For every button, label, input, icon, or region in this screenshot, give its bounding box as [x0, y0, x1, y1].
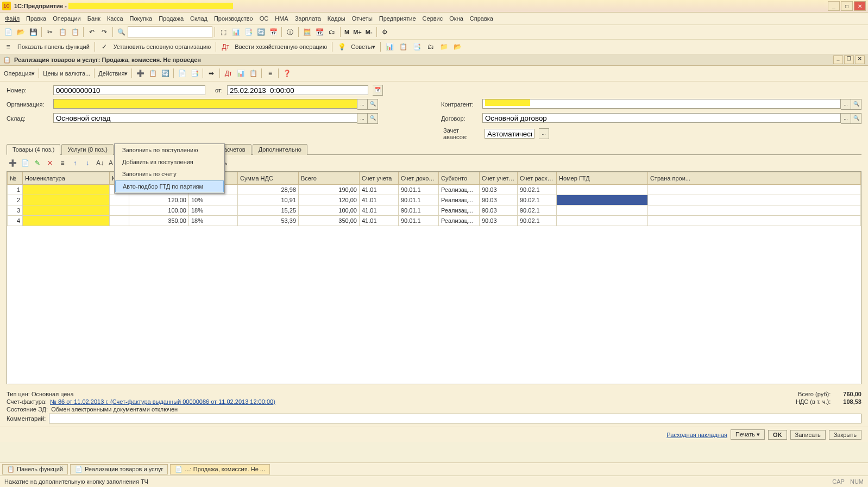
- mminus-label[interactable]: M-: [366, 29, 373, 35]
- dt-icon-3[interactable]: 🔄: [159, 67, 171, 79]
- org-select-icon[interactable]: ...: [357, 99, 368, 110]
- t2-icon-4[interactable]: 🗂: [425, 41, 437, 53]
- undo-icon[interactable]: ↶: [86, 26, 98, 38]
- close-button[interactable]: ✕: [854, 1, 866, 11]
- operation-drop[interactable]: Операция ▾: [4, 70, 35, 77]
- menu-windows[interactable]: Окна: [446, 14, 466, 23]
- calendar-icon[interactable]: 📅: [373, 85, 383, 96]
- menu-bank[interactable]: Банк: [85, 14, 103, 23]
- t2-icon-5[interactable]: 📁: [438, 41, 450, 53]
- org-icon[interactable]: ✓: [98, 41, 110, 53]
- menu-salary[interactable]: Зарплата: [292, 14, 324, 23]
- calc-icon[interactable]: 🧮: [301, 26, 313, 38]
- dt-icon-4[interactable]: 📄: [176, 67, 188, 79]
- fill-by-receipt[interactable]: Заполнить по поступлению: [115, 144, 224, 156]
- mplus-label[interactable]: M+: [353, 29, 362, 35]
- tb-icon-8[interactable]: ⚙: [379, 26, 391, 38]
- dt-help-icon[interactable]: ❓: [281, 67, 293, 79]
- actions-drop[interactable]: Действия ▾: [98, 70, 128, 77]
- contr-select-icon[interactable]: ...: [841, 99, 851, 110]
- menu-os[interactable]: ОС: [257, 14, 272, 23]
- fill-by-invoice[interactable]: Заполнить по счету: [115, 168, 224, 180]
- menu-enterprise[interactable]: Предприятие: [376, 14, 419, 23]
- avans-input[interactable]: [485, 129, 534, 139]
- dt-icon-10[interactable]: ≡: [264, 67, 276, 79]
- edit-row-icon[interactable]: ✎: [32, 157, 43, 169]
- menu-purchase[interactable]: Покупка: [127, 14, 155, 23]
- menu-production[interactable]: Производство: [211, 14, 256, 23]
- menu-operations[interactable]: Операции: [50, 14, 83, 23]
- tips-button[interactable]: Советы ▾: [351, 43, 375, 51]
- wh-open-icon[interactable]: 🔍: [368, 113, 378, 124]
- tb-icon-4[interactable]: 🔄: [255, 26, 267, 38]
- save-icon[interactable]: 💾: [27, 26, 39, 38]
- wh-select-icon[interactable]: ...: [357, 113, 368, 124]
- dt-icon-8[interactable]: 📊: [235, 67, 247, 79]
- gtb-icon-1[interactable]: ≡: [56, 157, 68, 169]
- tips-icon[interactable]: 💡: [336, 41, 348, 53]
- menu-service[interactable]: Сервис: [420, 14, 446, 23]
- help-icon[interactable]: ⓘ: [284, 26, 296, 38]
- invoice-link[interactable]: № 86 от 11.02.2013 г. (Счет-фактура выда…: [50, 398, 275, 405]
- dog-input[interactable]: [482, 113, 841, 123]
- menu-file[interactable]: Файл: [2, 14, 22, 23]
- redo-icon[interactable]: ↷: [98, 26, 110, 38]
- menu-edit[interactable]: Правка: [23, 14, 49, 23]
- task-realizations[interactable]: 📄 Реализации товаров и услуг: [70, 464, 168, 474]
- t2-icon-2[interactable]: 📋: [398, 41, 410, 53]
- comment-input[interactable]: [49, 414, 861, 423]
- dog-select-icon[interactable]: ...: [841, 113, 851, 124]
- prices-button[interactable]: Цены и валюта...: [43, 70, 90, 77]
- menu-reports[interactable]: Отчеты: [349, 14, 375, 23]
- dt-icon-1[interactable]: ➕: [134, 67, 146, 79]
- dt-icon-6[interactable]: ➡: [205, 67, 217, 79]
- dt-icon-7[interactable]: Дт: [222, 67, 234, 79]
- open-icon[interactable]: 📂: [15, 26, 27, 38]
- tb-icon-5[interactable]: 📅: [267, 26, 279, 38]
- doc-minimize[interactable]: _: [833, 55, 843, 64]
- t2-icon-3[interactable]: 📑: [411, 41, 423, 53]
- sort-asc-icon[interactable]: A↓: [94, 157, 106, 169]
- table-row[interactable]: 4350,0018%53,39350,0041.0190.01.1Реализа…: [8, 216, 861, 226]
- m-label[interactable]: M: [344, 29, 349, 35]
- up-icon[interactable]: ↑: [69, 157, 81, 169]
- down-icon[interactable]: ↓: [81, 157, 93, 169]
- menu-sale[interactable]: Продажа: [156, 14, 186, 23]
- tb-icon-2[interactable]: 📊: [230, 26, 242, 38]
- task-current[interactable]: 📄 ...: Продажа, комиссия. Не ...: [170, 464, 270, 474]
- avans-select-icon[interactable]: ...: [539, 128, 549, 139]
- paste-icon[interactable]: 📋: [69, 26, 81, 38]
- closedoc-button[interactable]: Закрыть: [829, 430, 861, 440]
- task-panel[interactable]: 📋 Панель функций: [2, 464, 68, 474]
- number-input[interactable]: [53, 85, 205, 95]
- ok-button[interactable]: OK: [768, 430, 787, 440]
- show-panel-button[interactable]: Показать панель функций: [17, 43, 90, 50]
- menu-warehouse[interactable]: Склад: [187, 14, 210, 23]
- save-button[interactable]: Записать: [790, 430, 826, 440]
- cut-icon[interactable]: ✂: [44, 26, 56, 38]
- tab-services[interactable]: Услуги (0 поз.): [61, 144, 113, 155]
- search-combo[interactable]: [128, 26, 212, 38]
- minimize-button[interactable]: _: [828, 1, 840, 11]
- t2-icon-1[interactable]: 📊: [384, 41, 396, 53]
- copy-row-icon[interactable]: 📄: [19, 157, 31, 169]
- menu-nma[interactable]: НМА: [272, 14, 291, 23]
- tb-icon-7[interactable]: 🗂: [326, 26, 338, 38]
- tab-goods[interactable]: Товары (4 поз.): [7, 144, 60, 155]
- new-icon[interactable]: 📄: [2, 26, 14, 38]
- doc-restore[interactable]: ❐: [844, 55, 854, 64]
- maximize-button[interactable]: □: [841, 1, 853, 11]
- org-open-icon[interactable]: 🔍: [368, 99, 378, 110]
- t2-icon-6[interactable]: 📂: [452, 41, 464, 53]
- dt-icon-5[interactable]: 📑: [188, 67, 200, 79]
- set-org-button[interactable]: Установить основную организацию: [114, 43, 211, 50]
- contr-open-icon[interactable]: 🔍: [851, 99, 861, 110]
- dt-icon-2[interactable]: 📋: [147, 67, 159, 79]
- enter-op-button[interactable]: Ввести хозяйственную операцию: [235, 43, 327, 50]
- menu-kassa[interactable]: Касса: [104, 14, 126, 23]
- menu-hr[interactable]: Кадры: [325, 14, 348, 23]
- table-row[interactable]: 3100,0018%15,25100,0041.0190.01.1Реализа…: [8, 205, 861, 216]
- table-row[interactable]: 2120,0010%10,91120,0041.0190.01.1Реализа…: [8, 195, 861, 205]
- find-icon[interactable]: 🔍: [115, 26, 127, 38]
- nakladnaya-link[interactable]: Расходная накладная: [666, 432, 727, 438]
